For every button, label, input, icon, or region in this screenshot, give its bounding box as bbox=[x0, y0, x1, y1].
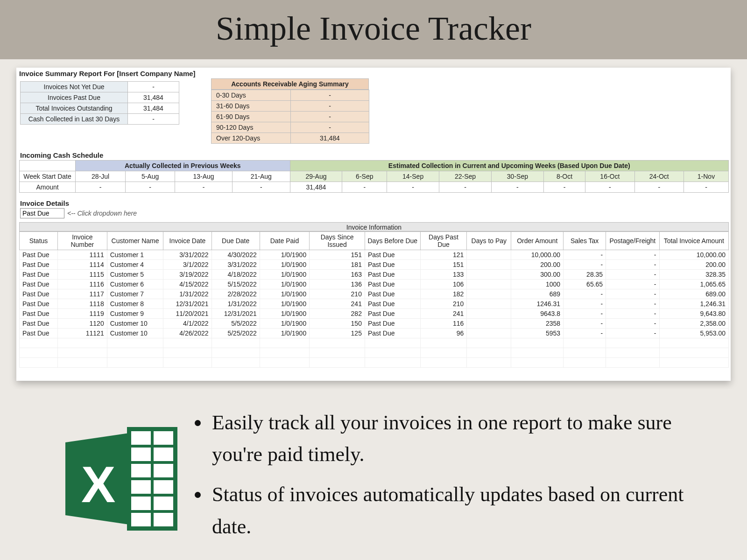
cell: 150 bbox=[310, 319, 365, 329]
cell: Past Due bbox=[365, 309, 420, 319]
table-row: Past Due1118Customer 812/31/20211/31/202… bbox=[20, 299, 729, 309]
table-row: Past Due1117Customer 71/31/20222/28/2022… bbox=[20, 289, 729, 299]
details-col: Date Paid bbox=[260, 232, 309, 250]
cell bbox=[467, 260, 511, 270]
prev-week: 28-Jul bbox=[76, 171, 126, 182]
cell: 10,000.00 bbox=[511, 250, 564, 260]
status-filter-dropdown[interactable] bbox=[20, 208, 64, 218]
cash-schedule-title: Incoming Cash Schedule bbox=[20, 151, 728, 159]
cell: Past Due bbox=[20, 289, 58, 299]
cell: 12/31/2021 bbox=[163, 299, 211, 309]
table-row: Past Due11121Customer 104/26/20225/25/20… bbox=[20, 329, 729, 338]
aging-value: - bbox=[291, 112, 369, 122]
cell: 1/0/1900 bbox=[260, 299, 309, 309]
cell: Past Due bbox=[365, 260, 420, 270]
cell: 4/30/2022 bbox=[211, 250, 260, 260]
spreadsheet-area: Invoice Summary Report For [Insert Compa… bbox=[0, 59, 747, 389]
cell: - bbox=[606, 319, 659, 329]
summary-label: Invoices Not Yet Due bbox=[21, 82, 128, 92]
cell: 1/31/2022 bbox=[163, 289, 211, 299]
promo-section: X Easily track all your invoices in one … bbox=[0, 389, 747, 560]
est-week: 14-Sep bbox=[387, 171, 439, 182]
aging-value: - bbox=[291, 122, 369, 133]
cell: 1119 bbox=[57, 309, 107, 319]
details-col: Due Date bbox=[211, 232, 260, 250]
cell: 11/20/2021 bbox=[163, 309, 211, 319]
est-week: 6-Sep bbox=[342, 171, 387, 182]
cell: 300.00 bbox=[511, 270, 564, 280]
cell: 1111 bbox=[57, 250, 107, 260]
est-amount: - bbox=[387, 182, 439, 193]
cell: 10,000.00 bbox=[659, 250, 728, 260]
invoice-summary-title: Invoice Summary Report For [Insert Compa… bbox=[19, 70, 728, 77]
cell: Past Due bbox=[365, 250, 420, 260]
cell: 3/1/2022 bbox=[163, 260, 211, 270]
summary-value: - bbox=[128, 82, 179, 92]
details-col: Invoice Date bbox=[163, 232, 211, 250]
cell: 1120 bbox=[57, 319, 107, 329]
cell: 2358 bbox=[511, 319, 564, 329]
table-row: Past Due1115Customer 53/19/20224/18/2022… bbox=[20, 270, 729, 280]
aging-value: - bbox=[291, 90, 369, 101]
prev-week: 5-Aug bbox=[126, 171, 175, 182]
cell bbox=[467, 329, 511, 338]
cell: 1117 bbox=[57, 289, 107, 299]
cell: 689 bbox=[511, 289, 564, 299]
cell: 151 bbox=[310, 250, 365, 260]
cell: Customer 8 bbox=[107, 299, 163, 309]
details-col: Customer Name bbox=[107, 232, 163, 250]
details-col: Sales Tax bbox=[564, 232, 606, 250]
cell: Customer 7 bbox=[107, 289, 163, 299]
summary-value: 31,484 bbox=[128, 92, 179, 103]
invoice-details-table: StatusInvoice NumberCustomer NameInvoice… bbox=[19, 231, 729, 368]
cell: 181 bbox=[310, 260, 365, 270]
cell: - bbox=[564, 260, 606, 270]
cash-schedule-table: Actually Collected in Previous Weeks Est… bbox=[19, 160, 729, 193]
cell: 12/31/2021 bbox=[211, 309, 260, 319]
table-row: Past Due1111Customer 13/31/20224/30/2022… bbox=[20, 250, 729, 260]
aging-label: 90-120 Days bbox=[211, 122, 291, 133]
cell: 5,953.00 bbox=[659, 329, 728, 338]
spreadsheet: Invoice Summary Report For [Insert Compa… bbox=[16, 68, 731, 381]
cell: 65.65 bbox=[564, 280, 606, 289]
cell: Past Due bbox=[365, 280, 420, 289]
aging-value: - bbox=[291, 101, 369, 112]
cell: Customer 5 bbox=[107, 270, 163, 280]
excel-icon: X bbox=[65, 425, 177, 532]
cell: 1/0/1900 bbox=[260, 319, 309, 329]
cell: 151 bbox=[420, 260, 467, 270]
cell: - bbox=[606, 250, 659, 260]
est-header: Estimated Collection in Current and Upco… bbox=[290, 161, 728, 171]
cell: Customer 1 bbox=[107, 250, 163, 260]
cell: 1/31/2022 bbox=[211, 299, 260, 309]
cell: 200.00 bbox=[659, 260, 728, 270]
cell: 96 bbox=[420, 329, 467, 338]
cell: 125 bbox=[310, 329, 365, 338]
cell: 1,065.65 bbox=[659, 280, 728, 289]
cell: Customer 9 bbox=[107, 309, 163, 319]
cell: - bbox=[606, 309, 659, 319]
invoice-details-title: Invoice Details bbox=[20, 199, 728, 207]
cell: 5953 bbox=[511, 329, 564, 338]
week-start-label: Week Start Date bbox=[20, 171, 76, 182]
cell: - bbox=[564, 319, 606, 329]
cell: Customer 6 bbox=[107, 280, 163, 289]
cell: 106 bbox=[420, 280, 467, 289]
cell: 1,246.31 bbox=[659, 299, 728, 309]
cell: - bbox=[564, 299, 606, 309]
cell: - bbox=[606, 299, 659, 309]
est-amount: - bbox=[491, 182, 543, 193]
cell: 3/19/2022 bbox=[163, 270, 211, 280]
est-week: 8-Oct bbox=[543, 171, 585, 182]
details-col: Order Amount bbox=[511, 232, 564, 250]
cell: - bbox=[564, 250, 606, 260]
details-col: Status bbox=[20, 232, 58, 250]
cell: 1000 bbox=[511, 280, 564, 289]
est-week: 16-Oct bbox=[585, 171, 634, 182]
cell: 328.35 bbox=[659, 270, 728, 280]
cell: Past Due bbox=[365, 329, 420, 338]
cell: 1246.31 bbox=[511, 299, 564, 309]
cell: Past Due bbox=[365, 289, 420, 299]
promo-bullet: Status of invoices automatically updates… bbox=[210, 479, 700, 542]
amount-label: Amount bbox=[20, 182, 76, 193]
